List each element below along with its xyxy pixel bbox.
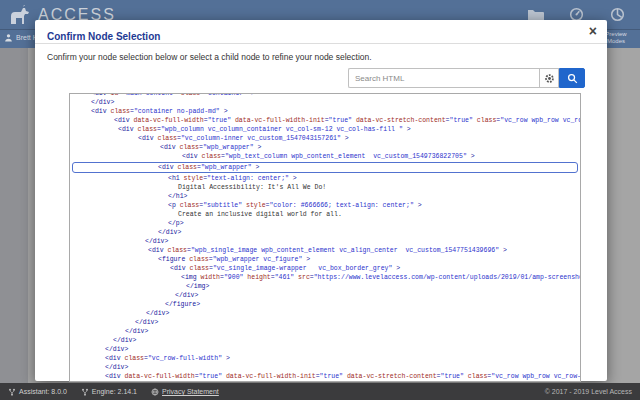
preview-modes-icon[interactable]	[609, 7, 626, 22]
search-input[interactable]	[348, 68, 539, 88]
code-line[interactable]: </div>	[70, 98, 580, 107]
code-line[interactable]: <div class="vc_column-inner vc_custom_15…	[70, 134, 580, 143]
fork-icon	[81, 388, 89, 396]
code-line[interactable]: Digital Accessibility: It's All We Do!	[70, 183, 580, 192]
dialog-title: Confirm Node Selection	[47, 31, 160, 42]
code-line[interactable]: </div>	[70, 336, 580, 345]
code-line[interactable]: <p class="subtitle" style="color: #66666…	[70, 201, 580, 210]
code-line[interactable]: </div>	[70, 291, 580, 300]
code-line[interactable]: </div>	[70, 228, 580, 237]
html-source-view[interactable]: <div id="main-content" class="container"…	[69, 93, 581, 382]
confirm-node-selection-dialog: Confirm Node Selection × Confirm your no…	[35, 20, 607, 381]
code-line[interactable]: <div class="wpb_column vc_column_contain…	[70, 125, 580, 134]
code-line[interactable]: </div>	[70, 363, 580, 372]
code-line[interactable]: </div>	[70, 318, 580, 327]
status-bar: Assistant: 8.0.0 Engine: 2.14.1 Privacy …	[0, 383, 640, 400]
code-line[interactable]: <figure class="wpb_wrapper vc_figure" >	[70, 255, 580, 264]
code-line[interactable]: <img width="900" height="461" src="https…	[70, 273, 580, 282]
search-settings-button[interactable]	[539, 68, 559, 88]
code-line[interactable]: </h1>	[70, 192, 580, 201]
code-line[interactable]: <div class="container no-padd-md" >	[70, 107, 580, 116]
assistant-version: Assistant: 8.0.0	[8, 388, 67, 396]
code-line[interactable]: <h1 style="text-align: center;" >	[70, 174, 580, 183]
code-line[interactable]: <div class="wpb_single_image wpb_content…	[70, 246, 580, 255]
code-line-selected[interactable]: <div class="wpb_wrapper" >	[72, 162, 578, 173]
code-line[interactable]: <div class="wpb_text_column wpb_content_…	[70, 152, 580, 161]
app-sidebar	[0, 48, 28, 383]
code-line[interactable]: </figure>	[70, 300, 580, 309]
code-line[interactable]: Create an inclusive digital world for al…	[70, 210, 580, 219]
dialog-header: Confirm Node Selection ×	[35, 20, 607, 44]
code-line[interactable]: </img>	[70, 282, 580, 291]
code-line[interactable]: </div>	[70, 237, 580, 246]
dog-logo-icon	[8, 3, 32, 27]
code-line[interactable]: <div data-vc-full-width="true" data-vc-f…	[70, 372, 580, 381]
search-button[interactable]	[559, 68, 585, 88]
code-line[interactable]: </div>	[70, 309, 580, 318]
code-line[interactable]: <div data-vc-full-width="true" data-vc-f…	[70, 116, 580, 125]
privacy-statement-link[interactable]: Privacy Statement	[151, 388, 219, 396]
fork-icon	[8, 388, 16, 396]
code-line[interactable]: </div>	[70, 327, 580, 336]
code-line[interactable]: <div class="vc_single_image-wrapper vc_b…	[70, 264, 580, 273]
code-line[interactable]: </p>	[70, 219, 580, 228]
person-icon	[4, 33, 13, 42]
globe-icon	[151, 388, 159, 396]
engine-version: Engine: 2.14.1	[81, 388, 137, 396]
code-line[interactable]: <div class="wpb_wrapper" >	[70, 143, 580, 152]
search-bar	[47, 68, 585, 88]
copyright-text: © 2017 - 2019 Level Access	[545, 388, 632, 395]
close-icon[interactable]: ×	[589, 24, 597, 38]
code-line[interactable]: </div>	[70, 345, 580, 354]
screen: ACCESS Brett H Preview Modes Confirm Nod…	[0, 0, 640, 400]
code-line[interactable]: <div class="vc_row-full-width" >	[70, 354, 580, 363]
user-menu[interactable]: Brett H	[4, 33, 38, 42]
instruction-text: Confirm your node selection below or sel…	[47, 52, 595, 62]
gear-icon	[544, 73, 555, 84]
magnifier-icon	[567, 73, 578, 84]
